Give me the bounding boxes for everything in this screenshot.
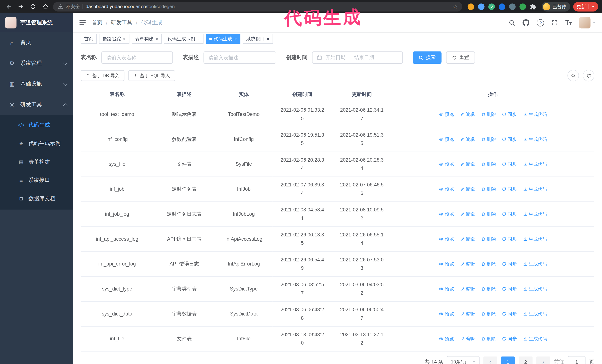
preview-link[interactable]: 预览 <box>439 135 454 144</box>
close-icon[interactable]: × <box>267 36 269 41</box>
sync-link[interactable]: 同步 <box>502 160 517 169</box>
edit-link[interactable]: 编辑 <box>460 210 475 218</box>
sidebar-item-code-generation[interactable]: </> 代码生成 <box>0 116 73 134</box>
refresh-button[interactable] <box>583 70 594 81</box>
breadcrumb-item-dev-tools[interactable]: 研发工具 <box>111 19 132 26</box>
tab-form-builder[interactable]: 表单构建× <box>131 34 162 44</box>
help-icon[interactable]: ? <box>537 19 544 26</box>
table-desc-input[interactable] <box>204 52 276 64</box>
back-button[interactable] <box>4 2 13 11</box>
edit-link[interactable]: 编辑 <box>460 185 475 194</box>
delete-link[interactable]: 删除 <box>481 335 496 343</box>
preview-link[interactable]: 预览 <box>439 160 454 169</box>
generate-code-link[interactable]: 生成代码 <box>523 235 547 243</box>
generate-code-link[interactable]: 生成代码 <box>523 335 547 343</box>
tab-codegen-example[interactable]: 代码生成示例× <box>164 34 203 44</box>
github-icon[interactable] <box>523 19 530 26</box>
edit-link[interactable]: 编辑 <box>460 335 475 343</box>
generate-code-link[interactable]: 生成代码 <box>523 135 547 144</box>
page-button-1[interactable]: 1 <box>501 357 515 364</box>
sync-link[interactable]: 同步 <box>502 335 517 343</box>
next-page-button[interactable]: › <box>537 357 550 364</box>
font-size-icon[interactable]: TT <box>565 20 572 26</box>
extension-icon-1[interactable] <box>468 3 474 10</box>
sync-link[interactable]: 同步 <box>502 285 517 293</box>
preview-link[interactable]: 预览 <box>439 260 454 269</box>
sidebar-item-home[interactable]: ⌂ 首页 <box>0 32 73 53</box>
reset-button[interactable]: 重置 <box>446 52 475 64</box>
close-icon[interactable]: × <box>234 36 237 41</box>
delete-link[interactable]: 删除 <box>481 160 496 169</box>
delete-link[interactable]: 删除 <box>481 135 496 144</box>
extension-icon-3[interactable] <box>499 3 505 10</box>
import-sql-button[interactable]: 基于 SQL 导入 <box>128 70 175 81</box>
forward-button[interactable] <box>16 2 25 11</box>
generate-code-link[interactable]: 生成代码 <box>523 110 547 119</box>
generate-code-link[interactable]: 生成代码 <box>523 310 547 318</box>
goto-page-input[interactable] <box>568 356 586 364</box>
generate-code-link[interactable]: 生成代码 <box>523 210 547 218</box>
sync-link[interactable]: 同步 <box>502 185 517 194</box>
generate-code-link[interactable]: 生成代码 <box>523 285 547 293</box>
edit-link[interactable]: 编辑 <box>460 260 475 269</box>
page-size-select[interactable]: 10条/页 <box>447 356 480 364</box>
generate-code-link[interactable]: 生成代码 <box>523 160 547 169</box>
sync-link[interactable]: 同步 <box>502 235 517 243</box>
tab-code-generation[interactable]: 代码生成× <box>206 34 241 44</box>
preview-link[interactable]: 预览 <box>439 185 454 194</box>
date-range-picker[interactable]: 开始日期 - 结束日期 <box>312 52 403 64</box>
sidebar-item-system-management[interactable]: ⚙ 系统管理 <box>0 53 73 74</box>
sidebar-item-infrastructure[interactable]: ▦ 基础设施 <box>0 74 73 94</box>
extensions-puzzle-icon[interactable] <box>530 3 536 10</box>
sidebar-item-database-docs[interactable]: ⊞ 数据库文档 <box>0 190 73 208</box>
extension-icon-2[interactable] <box>478 3 484 10</box>
preview-link[interactable]: 预览 <box>439 110 454 119</box>
bookmark-star-icon[interactable]: ☆ <box>453 3 458 10</box>
extension-icon-4[interactable] <box>509 3 516 10</box>
user-menu[interactable] <box>579 17 596 28</box>
page-button-2[interactable]: 2 <box>519 357 533 364</box>
home-button[interactable] <box>41 2 50 11</box>
edit-link[interactable]: 编辑 <box>460 110 475 119</box>
sidebar-toggle-hamburger-icon[interactable] <box>79 20 86 26</box>
search-toggle-button[interactable] <box>567 70 579 81</box>
edit-link[interactable]: 编辑 <box>460 235 475 243</box>
sync-link[interactable]: 同步 <box>502 310 517 318</box>
tab-system-api[interactable]: 系统接口× <box>243 34 273 44</box>
sync-link[interactable]: 同步 <box>502 135 517 144</box>
preview-link[interactable]: 预览 <box>439 235 454 243</box>
delete-link[interactable]: 删除 <box>481 260 496 269</box>
delete-link[interactable]: 删除 <box>481 210 496 218</box>
search-icon[interactable] <box>509 20 515 26</box>
delete-link[interactable]: 删除 <box>481 310 496 318</box>
edit-link[interactable]: 编辑 <box>460 160 475 169</box>
date-end-placeholder[interactable]: 结束日期 <box>354 54 374 61</box>
extension-icon-5[interactable] <box>519 3 526 10</box>
sync-link[interactable]: 同步 <box>502 260 517 269</box>
delete-link[interactable]: 删除 <box>481 185 496 194</box>
preview-link[interactable]: 预览 <box>439 285 454 293</box>
profile-badge[interactable]: 已暂停 <box>542 2 570 11</box>
preview-link[interactable]: 预览 <box>439 310 454 318</box>
close-icon[interactable]: × <box>123 36 126 41</box>
delete-link[interactable]: 删除 <box>481 285 496 293</box>
close-icon[interactable]: × <box>197 36 200 41</box>
edit-link[interactable]: 编辑 <box>460 135 475 144</box>
url-bar[interactable]: 不安全 dashboard.yudao.iocoder.cn/tool/code… <box>53 2 462 11</box>
breadcrumb-item-home[interactable]: 首页 <box>92 19 102 26</box>
sync-link[interactable]: 同步 <box>502 110 517 119</box>
tab-home[interactable]: 首页 <box>81 34 97 44</box>
import-db-button[interactable]: 基于 DB 导入 <box>81 70 124 81</box>
preview-link[interactable]: 预览 <box>439 210 454 218</box>
prev-page-button[interactable]: ‹ <box>484 357 497 364</box>
sync-link[interactable]: 同步 <box>502 210 517 218</box>
preview-link[interactable]: 预览 <box>439 335 454 343</box>
sidebar-item-codegen-example[interactable]: ◈ 代码生成示例 <box>0 134 73 153</box>
sidebar-item-form-builder[interactable]: ▤ 表单构建 <box>0 153 73 171</box>
edit-link[interactable]: 编辑 <box>460 285 475 293</box>
sidebar-item-dev-tools[interactable]: ⚒ 研发工具 <box>0 94 73 115</box>
edit-link[interactable]: 编辑 <box>460 310 475 318</box>
date-start-placeholder[interactable]: 开始日期 <box>326 54 346 61</box>
delete-link[interactable]: 删除 <box>481 235 496 243</box>
table-name-input[interactable] <box>101 52 173 64</box>
